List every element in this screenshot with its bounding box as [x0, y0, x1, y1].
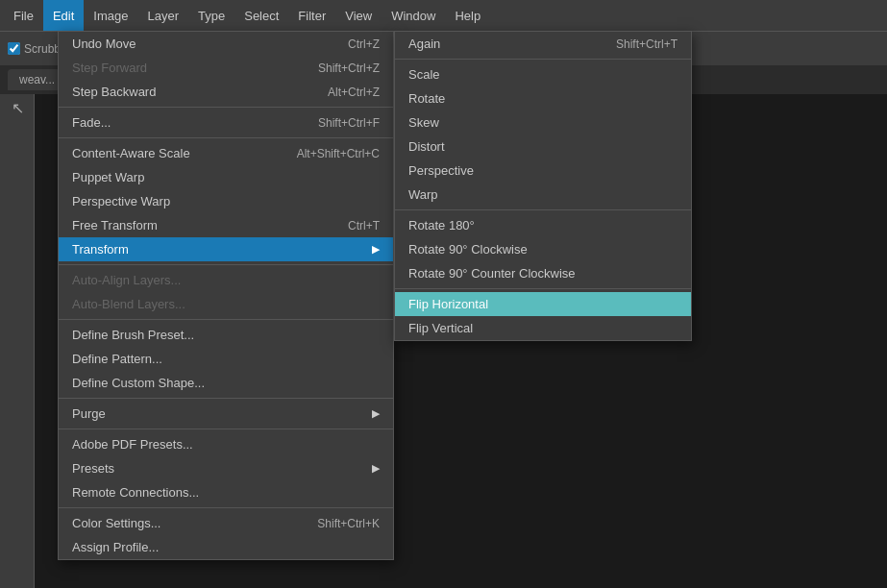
submenu-distort[interactable]: Distort — [395, 135, 691, 159]
menu-fade[interactable]: Fade... Shift+Ctrl+F — [59, 110, 393, 135]
menu-select[interactable]: Select — [234, 0, 288, 31]
menu-transform[interactable]: Transform ▶ — [59, 237, 393, 261]
menu-define-pattern[interactable]: Define Pattern... — [59, 347, 393, 371]
submenu-perspective[interactable]: Perspective — [395, 159, 691, 183]
menu-image[interactable]: Image — [84, 0, 137, 31]
purge-arrow-icon: ▶ — [372, 407, 380, 420]
divider-3 — [59, 264, 393, 265]
transform-submenu: Again Shift+Ctrl+T Scale Rotate Skew Dis… — [394, 31, 692, 341]
transform-arrow-icon: ▶ — [372, 243, 380, 256]
menu-assign-profile[interactable]: Assign Profile... — [59, 535, 393, 559]
divider-4 — [59, 319, 393, 320]
menubar: File Edit Image Layer Type Select Filter… — [0, 0, 887, 31]
submenu-skew[interactable]: Skew — [395, 110, 691, 135]
menu-help[interactable]: Help — [445, 0, 490, 31]
menu-remote-connections[interactable]: Remote Connections... — [59, 480, 393, 504]
menu-define-custom-shape[interactable]: Define Custom Shape... — [59, 371, 393, 395]
submenu-rotate-180[interactable]: Rotate 180° — [395, 213, 691, 237]
menu-adobe-pdf[interactable]: Adobe PDF Presets... — [59, 432, 393, 456]
sub-divider-1 — [395, 59, 691, 60]
menu-auto-align[interactable]: Auto-Align Layers... — [59, 268, 393, 292]
menu-purge[interactable]: Purge ▶ — [59, 402, 393, 426]
menu-content-aware-scale[interactable]: Content-Aware Scale Alt+Shift+Ctrl+C — [59, 141, 393, 165]
menu-undo-move[interactable]: Undo Move Ctrl+Z — [59, 32, 393, 56]
menu-perspective-warp[interactable]: Perspective Warp — [59, 189, 393, 213]
menu-edit[interactable]: Edit — [43, 0, 84, 31]
sub-divider-3 — [395, 288, 691, 289]
submenu-rotate-90ccw[interactable]: Rotate 90° Counter Clockwise — [395, 261, 691, 285]
left-sidebar: ↖ — [0, 94, 35, 588]
scrubby-zoom-checkbox[interactable] — [8, 42, 20, 55]
edit-dropdown: Undo Move Ctrl+Z Step Forward Shift+Ctrl… — [58, 31, 394, 560]
menu-presets[interactable]: Presets ▶ — [59, 456, 393, 480]
menu-view[interactable]: View — [335, 0, 382, 31]
submenu-rotate[interactable]: Rotate — [395, 86, 691, 110]
menu-file[interactable]: File — [4, 0, 43, 31]
submenu-warp[interactable]: Warp — [395, 183, 691, 207]
sub-divider-2 — [395, 209, 691, 210]
menu-auto-blend[interactable]: Auto-Blend Layers... — [59, 292, 393, 316]
menu-puppet-warp[interactable]: Puppet Warp — [59, 165, 393, 189]
menu-color-settings[interactable]: Color Settings... Shift+Ctrl+K — [59, 511, 393, 535]
divider-6 — [59, 429, 393, 429]
submenu-flip-vertical[interactable]: Flip Vertical — [395, 316, 691, 340]
menu-type[interactable]: Type — [188, 0, 234, 31]
submenu-rotate-90cw[interactable]: Rotate 90° Clockwise — [395, 237, 691, 261]
submenu-again[interactable]: Again Shift+Ctrl+T — [395, 32, 691, 56]
menu-step-backward[interactable]: Step Backward Alt+Ctrl+Z — [59, 80, 393, 104]
presets-arrow-icon: ▶ — [372, 462, 380, 475]
menu-window[interactable]: Window — [382, 0, 445, 31]
menu-define-brush[interactable]: Define Brush Preset... — [59, 323, 393, 347]
divider-2 — [59, 137, 393, 138]
menu-filter[interactable]: Filter — [288, 0, 335, 31]
submenu-scale[interactable]: Scale — [395, 62, 691, 86]
divider-7 — [59, 507, 393, 508]
divider-1 — [59, 107, 393, 108]
divider-5 — [59, 398, 393, 399]
menu-layer[interactable]: Layer — [138, 0, 189, 31]
menu-free-transform[interactable]: Free Transform Ctrl+T — [59, 213, 393, 237]
menu-step-forward[interactable]: Step Forward Shift+Ctrl+Z — [59, 56, 393, 80]
tool-move[interactable]: ↖ — [0, 94, 35, 121]
submenu-flip-horizontal[interactable]: Flip Horizontal — [395, 292, 691, 316]
